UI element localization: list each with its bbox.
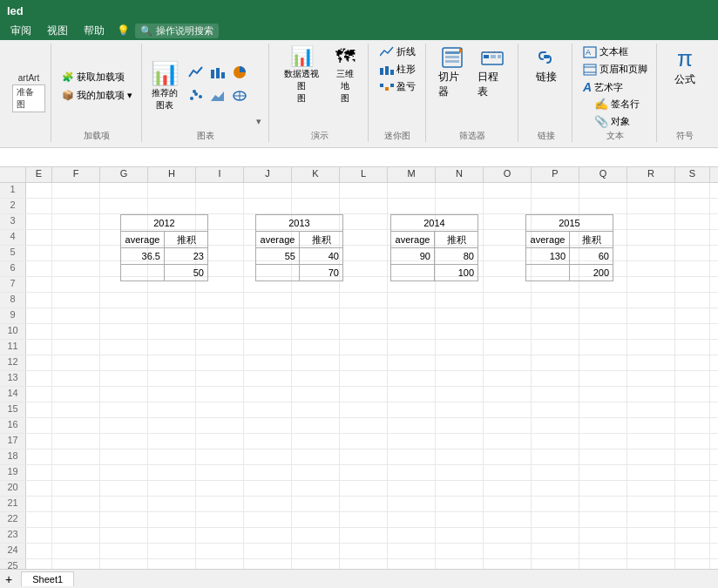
cell[interactable]: [627, 277, 675, 293]
object-button[interactable]: 📎 对象: [591, 113, 643, 130]
cell[interactable]: [148, 199, 196, 214]
cell[interactable]: [148, 387, 196, 402]
cell[interactable]: [196, 481, 244, 497]
cell[interactable]: [100, 449, 148, 465]
cell[interactable]: [100, 465, 148, 481]
cell[interactable]: [244, 293, 292, 308]
cell[interactable]: [100, 324, 148, 340]
cell[interactable]: [292, 481, 340, 497]
cell[interactable]: [196, 199, 244, 214]
sparkline-bar-button[interactable]: 柱形: [376, 61, 419, 78]
search-box[interactable]: 🔍 操作说明搜索: [135, 24, 219, 38]
cell[interactable]: [484, 308, 532, 324]
cell[interactable]: [484, 418, 532, 434]
cell[interactable]: [627, 199, 675, 214]
cell[interactable]: [484, 340, 532, 355]
sheet-tab-1[interactable]: Sheet1: [21, 571, 74, 586]
cell[interactable]: [292, 465, 340, 481]
cell[interactable]: [292, 402, 340, 418]
cell[interactable]: [26, 214, 52, 230]
cell[interactable]: [52, 277, 100, 293]
cell[interactable]: [675, 528, 710, 544]
cell[interactable]: [244, 340, 292, 355]
cell[interactable]: [100, 183, 148, 199]
cell[interactable]: [627, 355, 675, 371]
cell[interactable]: [388, 387, 436, 402]
cell[interactable]: [484, 465, 532, 481]
cell[interactable]: [340, 199, 388, 214]
cell[interactable]: [244, 324, 292, 340]
cell[interactable]: [26, 371, 52, 387]
cell[interactable]: [340, 481, 388, 497]
cell[interactable]: [52, 214, 100, 230]
data-2013-avg-2[interactable]: [256, 265, 300, 281]
cell[interactable]: [52, 544, 100, 559]
cell[interactable]: [388, 324, 436, 340]
data-2014-avg-2[interactable]: [391, 265, 435, 281]
cell[interactable]: [532, 418, 579, 434]
cell[interactable]: [52, 340, 100, 355]
data-2014-avg-1[interactable]: 90: [391, 248, 435, 265]
cell[interactable]: [292, 497, 340, 512]
cell[interactable]: [532, 183, 579, 199]
cell[interactable]: [244, 497, 292, 512]
cell[interactable]: [148, 449, 196, 465]
cell[interactable]: [579, 340, 627, 355]
cell[interactable]: [340, 544, 388, 559]
cell[interactable]: [340, 355, 388, 371]
cell[interactable]: [26, 277, 52, 293]
cell[interactable]: [579, 183, 627, 199]
cell[interactable]: [26, 418, 52, 434]
cell[interactable]: [627, 434, 675, 449]
cell[interactable]: [196, 340, 244, 355]
cell[interactable]: [340, 497, 388, 512]
signature-button[interactable]: ✍ 签名行: [591, 96, 643, 112]
cell[interactable]: [436, 340, 484, 355]
cell[interactable]: [627, 293, 675, 308]
cell[interactable]: [532, 512, 579, 528]
cell[interactable]: [579, 465, 627, 481]
cell[interactable]: [484, 324, 532, 340]
cell[interactable]: [388, 497, 436, 512]
data-2013-stack-1[interactable]: 40: [300, 248, 343, 265]
cell[interactable]: [340, 402, 388, 418]
cell[interactable]: [100, 293, 148, 308]
cell[interactable]: [436, 497, 484, 512]
cell[interactable]: [579, 387, 627, 402]
cell[interactable]: [388, 402, 436, 418]
cell[interactable]: [484, 183, 532, 199]
cell[interactable]: [675, 308, 710, 324]
cell[interactable]: [26, 183, 52, 199]
cell[interactable]: [675, 387, 710, 402]
cell[interactable]: [484, 434, 532, 449]
cell[interactable]: [579, 371, 627, 387]
cell[interactable]: [675, 261, 710, 277]
cell[interactable]: [436, 528, 484, 544]
text-box-button[interactable]: A 文本框: [579, 44, 632, 60]
cell[interactable]: [26, 199, 52, 214]
cell[interactable]: [388, 355, 436, 371]
cell[interactable]: [436, 434, 484, 449]
cell[interactable]: [627, 497, 675, 512]
get-addin-button[interactable]: 🧩 获取加载项: [58, 69, 128, 85]
cell[interactable]: [579, 449, 627, 465]
cell[interactable]: [675, 246, 710, 261]
cell[interactable]: [675, 449, 710, 465]
cell[interactable]: [627, 418, 675, 434]
cell[interactable]: [196, 355, 244, 371]
cell[interactable]: [100, 497, 148, 512]
cell[interactable]: [436, 481, 484, 497]
cell[interactable]: [100, 371, 148, 387]
cell[interactable]: [532, 387, 579, 402]
data-2012-stack-2[interactable]: 50: [165, 265, 208, 281]
cell[interactable]: [579, 481, 627, 497]
cell[interactable]: [100, 481, 148, 497]
cell[interactable]: [244, 402, 292, 418]
cell[interactable]: [627, 230, 675, 246]
cell[interactable]: [532, 497, 579, 512]
bar-chart-button[interactable]: [207, 64, 228, 85]
cell[interactable]: [26, 449, 52, 465]
cell[interactable]: [627, 308, 675, 324]
cell[interactable]: [148, 183, 196, 199]
cell[interactable]: [579, 199, 627, 214]
